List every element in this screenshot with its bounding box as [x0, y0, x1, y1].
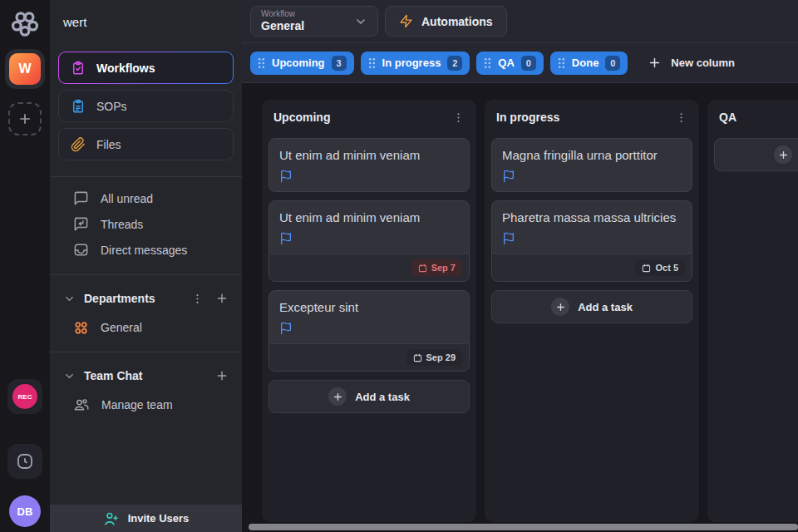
column-title: QA	[719, 111, 798, 124]
history-clock-button[interactable]	[7, 444, 42, 479]
section-departments[interactable]: Departments	[50, 283, 242, 313]
chip-label: Upcoming	[272, 57, 325, 69]
add-department-icon[interactable]	[215, 292, 229, 305]
flag-icon	[502, 170, 682, 183]
add-task-button[interactable]: Add a task	[268, 380, 470, 413]
calendar-icon	[418, 264, 427, 273]
clipboard-check-icon	[71, 61, 86, 76]
drag-handle-icon[interactable]	[484, 57, 491, 69]
sidebar-item-direct-messages[interactable]: Direct messages	[58, 237, 234, 263]
chip-count-badge: 2	[447, 56, 462, 71]
task-card[interactable]: Pharetra massa massa ultricies	[491, 200, 692, 282]
sidebar-item-all-unread[interactable]: All unread	[58, 185, 234, 211]
add-channel-icon[interactable]	[215, 369, 229, 382]
board-column-in-progress: In progress Magna fringilla urna porttit…	[485, 100, 699, 522]
invite-users-button[interactable]: Invite Users	[50, 505, 242, 532]
kebab-menu-icon[interactable]	[191, 293, 204, 305]
chat-item-label: All unread	[101, 192, 153, 205]
sidebar-item-general[interactable]: General	[50, 313, 242, 342]
task-card[interactable]: Excepteur sint	[268, 290, 470, 372]
chip-count-badge: 0	[605, 56, 620, 71]
due-date-badge: Oct 5	[635, 259, 685, 276]
clipboard-list-icon	[71, 99, 86, 114]
column-chip-done[interactable]: Done 0	[550, 52, 628, 75]
add-task-label: Add a task	[578, 301, 633, 313]
person-plus-icon	[103, 510, 120, 527]
add-task-label: Add a task	[355, 391, 410, 403]
column-chip-qa[interactable]: QA 0	[476, 52, 544, 75]
chip-count-badge: 3	[332, 56, 347, 71]
chip-count-badge: 0	[521, 56, 536, 71]
columns-bar: Upcoming 3 In progress 2	[242, 43, 798, 83]
user-avatar[interactable]: DB	[9, 495, 41, 527]
grid-circles-icon	[73, 320, 89, 336]
flag-icon	[279, 170, 459, 183]
kebab-menu-icon[interactable]	[675, 111, 687, 124]
chevron-down-icon[interactable]	[63, 370, 76, 382]
section-team-chat[interactable]: Team Chat	[50, 361, 242, 391]
invite-users-label: Invite Users	[128, 512, 190, 525]
flag-icon	[279, 232, 459, 245]
column-chip-in-progress[interactable]: In progress 2	[361, 52, 470, 75]
drag-handle-icon[interactable]	[558, 57, 565, 69]
add-workspace-button[interactable]	[8, 102, 42, 135]
sidebar-item-label: Workflows	[96, 62, 155, 75]
flower-logo-icon	[11, 9, 39, 37]
sidebar-nav: Workflows SOPs	[50, 43, 242, 166]
task-card[interactable]: Ut enim ad minim veniam	[268, 138, 470, 192]
workspace-name: wert	[50, 0, 242, 43]
sidebar-item-manage-team[interactable]: Manage team	[50, 391, 242, 419]
sidebar-item-sops[interactable]: SOPs	[58, 90, 234, 122]
due-date-text: Sep 29	[426, 352, 456, 362]
plus-icon	[648, 56, 662, 70]
task-card[interactable]: Ut enim ad minim veniam	[268, 200, 470, 282]
chat-item-label: Threads	[101, 218, 143, 231]
calendar-icon	[642, 264, 651, 273]
due-date-text: Sep 7	[431, 263, 456, 273]
record-button[interactable]: REC	[7, 379, 42, 414]
topbar: Workflow General Automations	[242, 0, 798, 43]
drag-handle-icon[interactable]	[368, 57, 376, 69]
task-title: Pharetra massa massa ultricies	[502, 210, 682, 224]
app-logo-button[interactable]	[10, 8, 40, 38]
sidebar-item-threads[interactable]: Threads	[58, 211, 234, 237]
chevron-down-icon	[354, 15, 367, 28]
column-title: In progress	[496, 111, 675, 124]
task-card[interactable]: Magna fringilla urna porttitor	[491, 138, 692, 192]
chat-item-label: Direct messages	[101, 244, 187, 257]
threads-icon	[73, 216, 89, 232]
chat-links: All unread Threads	[50, 177, 242, 264]
kebab-menu-icon[interactable]	[452, 111, 465, 124]
chat-bubble-icon	[73, 190, 89, 206]
chevron-down-icon[interactable]	[63, 293, 76, 305]
rail-bottom-group: REC DB	[7, 379, 42, 527]
new-column-button[interactable]: New column	[648, 56, 735, 70]
board-column-qa: QA Add a task	[707, 100, 798, 522]
add-task-button[interactable]: Add a task	[714, 138, 798, 171]
workspace-avatar[interactable]: W	[9, 53, 41, 85]
paperclip-icon	[71, 137, 86, 152]
workflow-selector-label: Workflow	[261, 9, 304, 19]
column-chip-upcoming[interactable]: Upcoming 3	[250, 52, 354, 75]
sidebar-divider	[50, 352, 242, 352]
drag-handle-icon[interactable]	[258, 57, 265, 69]
plus-icon	[551, 298, 569, 316]
main-area: Workflow General Automations	[242, 0, 798, 532]
flag-icon	[502, 232, 682, 245]
automations-button[interactable]: Automations	[385, 6, 507, 37]
lightning-bolt-icon	[399, 14, 413, 28]
workflow-selector[interactable]: Workflow General	[250, 6, 378, 37]
chip-label: In progress	[382, 57, 441, 69]
direct-messages-icon	[73, 242, 89, 258]
plus-icon	[17, 111, 33, 127]
due-date-badge: Sep 29	[406, 349, 462, 366]
rec-badge: REC	[12, 384, 37, 409]
horizontal-scrollbar[interactable]	[249, 524, 798, 530]
section-title: Team Chat	[84, 369, 207, 382]
sidebar-item-files[interactable]: Files	[58, 128, 234, 160]
task-title: Magna fringilla urna porttitor	[502, 148, 682, 162]
task-title: Ut enim ad minim veniam	[279, 148, 459, 162]
sidebar-item-workflows[interactable]: Workflows	[58, 52, 234, 84]
add-task-button[interactable]: Add a task	[491, 290, 692, 323]
plus-icon	[774, 145, 792, 164]
